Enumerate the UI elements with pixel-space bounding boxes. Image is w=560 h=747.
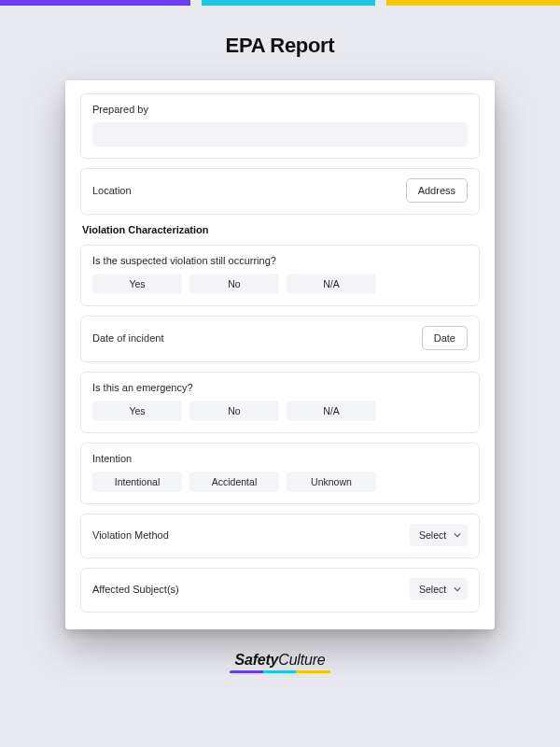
violation-method-select[interactable]: Select [410,524,468,546]
field-location: Location Address [80,168,480,215]
still-occurring-label: Is the suspected violation still occurri… [92,255,468,266]
intention-label: Intention [92,453,468,464]
violation-method-label: Violation Method [92,529,169,541]
brand-logo: SafetyCulture [230,652,330,676]
prepared-by-input[interactable] [92,122,468,147]
form-card: Prepared by Location Address Violation C… [65,80,495,629]
emergency-label: Is this an emergency? [92,382,468,393]
affected-subjects-select[interactable]: Select [410,578,468,600]
brand-part2: Culture [278,652,325,668]
emergency-option-no[interactable]: No [189,401,279,421]
page-title: EPA Report [0,34,560,58]
field-still-occurring: Is the suspected violation still occurri… [80,245,480,306]
location-label: Location [92,185,132,196]
emergency-option-na[interactable]: N/A [287,401,376,421]
field-date-of-incident: Date of incident Date [80,316,480,362]
field-affected-subjects: Affected Subject(s) Select [80,568,480,613]
brand-underline [230,670,330,673]
field-intention: Intention Intentional Accidental Unknown [80,443,480,504]
address-button[interactable]: Address [406,178,468,203]
option-no[interactable]: No [189,274,279,294]
field-prepared-by: Prepared by [80,93,480,159]
date-button[interactable]: Date [422,326,468,350]
intention-option-intentional[interactable]: Intentional [92,472,182,492]
option-na[interactable]: N/A [287,274,376,294]
intention-option-unknown[interactable]: Unknown [287,472,376,492]
section-heading: Violation Characterization [82,224,480,235]
emergency-option-yes[interactable]: Yes [92,401,182,421]
intention-option-accidental[interactable]: Accidental [189,472,279,492]
prepared-by-label: Prepared by [92,104,468,115]
date-of-incident-label: Date of incident [92,332,163,344]
affected-subjects-label: Affected Subject(s) [92,584,179,595]
brand-part1: Safety [234,652,278,668]
footer: SafetyCulture [0,652,560,676]
accent-top-bar [0,0,560,6]
field-emergency: Is this an emergency? Yes No N/A [80,372,480,433]
option-yes[interactable]: Yes [92,274,182,294]
field-violation-method: Violation Method Select [80,514,480,558]
